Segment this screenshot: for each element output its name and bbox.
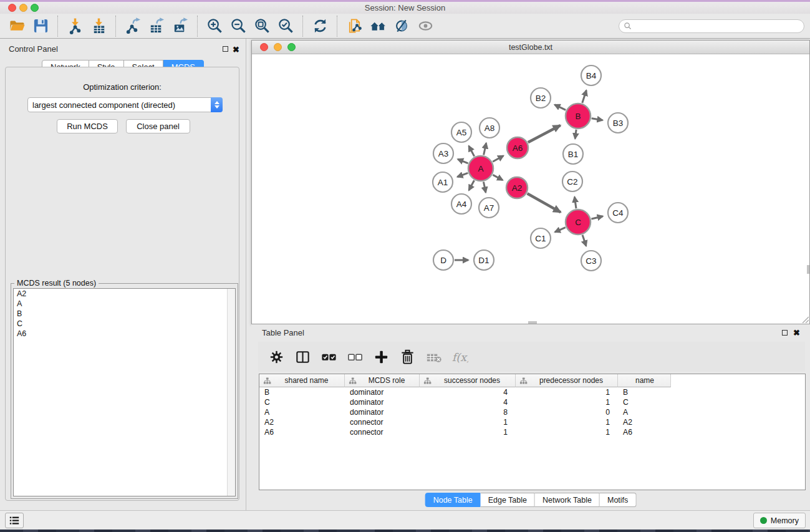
- criterion-dropdown[interactable]: largest connected component (directed): [27, 97, 223, 112]
- graph-edge-A-A5[interactable]: [469, 146, 475, 157]
- mcds-result-item[interactable]: B: [14, 309, 235, 319]
- graph-edge-A-A2[interactable]: [493, 175, 503, 180]
- memory-button[interactable]: Memory: [753, 513, 806, 528]
- graph-edge-B-B1[interactable]: [575, 130, 576, 138]
- graph-node-C4[interactable]: C4: [608, 203, 628, 223]
- run-mcds-button[interactable]: Run MCDS: [57, 119, 118, 133]
- graph-edge-A-A4[interactable]: [469, 180, 475, 190]
- tab-network-table[interactable]: Network Table: [535, 493, 600, 507]
- resize-grip-icon[interactable]: [801, 315, 809, 323]
- table-cell[interactable]: A: [259, 407, 345, 417]
- table-cell[interactable]: 1: [516, 397, 618, 407]
- graph-edge-C-C1[interactable]: [555, 228, 566, 232]
- search-field[interactable]: [619, 19, 804, 33]
- graph-node-A1[interactable]: A1: [433, 172, 453, 192]
- import-table-button[interactable]: [88, 16, 109, 37]
- table-cell[interactable]: connector: [345, 417, 420, 427]
- network-minimize-button[interactable]: [274, 43, 282, 51]
- hide-graphics-details-button[interactable]: [391, 16, 412, 37]
- minimize-window-button[interactable]: [19, 4, 27, 12]
- network-close-button[interactable]: [260, 43, 268, 51]
- graph-edge-A-A6[interactable]: [493, 156, 503, 162]
- select-all-button[interactable]: [318, 346, 339, 367]
- table-cell[interactable]: 1: [516, 417, 618, 427]
- table-cell[interactable]: connector: [345, 427, 420, 437]
- column-header-mcds-role[interactable]: MCDS role: [345, 374, 420, 387]
- graph-node-C[interactable]: C: [566, 210, 591, 235]
- table-cell[interactable]: B: [259, 387, 345, 397]
- table-cell[interactable]: A2: [618, 417, 671, 427]
- search-input[interactable]: [635, 21, 804, 32]
- mcds-list-scrollbar[interactable]: [227, 289, 235, 496]
- graph-node-A4[interactable]: A4: [451, 194, 471, 214]
- network-zoom-button[interactable]: [287, 43, 296, 51]
- table-cell[interactable]: dominator: [345, 397, 420, 407]
- column-header-shared-name[interactable]: shared name: [259, 374, 345, 387]
- graph-node-C3[interactable]: C3: [581, 251, 601, 271]
- float-panel-icon[interactable]: [223, 46, 228, 52]
- graph-node-A[interactable]: A: [468, 156, 493, 181]
- network-vscroll-hint[interactable]: [807, 265, 809, 274]
- table-cell[interactable]: 1: [516, 387, 618, 397]
- graph-node-A2[interactable]: A2: [506, 177, 528, 198]
- table-cell[interactable]: A: [618, 407, 671, 417]
- graph-node-D1[interactable]: D1: [474, 250, 494, 270]
- table-row[interactable]: Adominator80A: [259, 407, 805, 417]
- network-from-file-button[interactable]: [344, 16, 365, 37]
- deselect-all-button[interactable]: [344, 346, 365, 367]
- zoom-in-button[interactable]: [204, 16, 225, 37]
- graph-edge-B-B3[interactable]: [592, 118, 603, 120]
- column-header-name[interactable]: name: [618, 374, 671, 387]
- table-cell[interactable]: 1: [420, 417, 516, 427]
- table-row[interactable]: A6connector11A6: [259, 427, 805, 437]
- export-network-button[interactable]: [122, 16, 143, 37]
- table-row[interactable]: Cdominator41C: [259, 397, 805, 407]
- table-cell[interactable]: A6: [618, 427, 671, 437]
- tab-node-table[interactable]: Node Table: [425, 493, 481, 507]
- graph-node-D[interactable]: D: [433, 250, 453, 270]
- network-canvas[interactable]: ABCA6A2A1A3A4A5A7A8B1B2B3B4C1C2C3C4DD1: [252, 54, 809, 324]
- graph-node-B3[interactable]: B3: [608, 113, 628, 133]
- close-panel-button[interactable]: Close panel: [126, 119, 190, 133]
- table-cell[interactable]: C: [618, 397, 671, 407]
- table-close-icon[interactable]: ✖: [793, 329, 800, 337]
- graph-node-A8[interactable]: A8: [480, 118, 499, 138]
- table-cell[interactable]: 1: [420, 427, 516, 437]
- table-cell[interactable]: 1: [516, 427, 618, 437]
- graph-node-B1[interactable]: B1: [563, 144, 583, 164]
- graph-edge-C-C2[interactable]: [574, 197, 576, 208]
- table-cell[interactable]: dominator: [345, 407, 420, 417]
- task-history-button[interactable]: [5, 513, 24, 528]
- graph-node-A6[interactable]: A6: [507, 137, 528, 158]
- mcds-result-item[interactable]: A2: [14, 289, 235, 299]
- graph-edge-B-B2[interactable]: [555, 105, 566, 110]
- graph-node-A5[interactable]: A5: [451, 122, 471, 142]
- tab-edge-table[interactable]: Edge Table: [481, 493, 535, 507]
- table-float-icon[interactable]: [782, 330, 788, 336]
- graph-edge-A2-C[interactable]: [528, 193, 561, 212]
- graph-edge-A-A8[interactable]: [484, 143, 486, 155]
- graph-edge-A-A7[interactable]: [483, 182, 486, 193]
- mcds-result-item[interactable]: A6: [14, 329, 235, 339]
- table-row[interactable]: Bdominator41B: [259, 387, 805, 397]
- graph-node-B4[interactable]: B4: [581, 65, 601, 85]
- close-window-button[interactable]: [8, 4, 16, 12]
- delete-column-button[interactable]: [397, 346, 418, 367]
- graph-edge-A-A3[interactable]: [458, 159, 468, 163]
- open-session-button[interactable]: [6, 16, 27, 37]
- table-cell[interactable]: 0: [516, 407, 618, 417]
- graph-node-B[interactable]: B: [566, 104, 591, 128]
- table-cell[interactable]: A6: [259, 427, 345, 437]
- apply-layout-button[interactable]: [309, 16, 330, 37]
- graph-edge-C-C3[interactable]: [582, 235, 586, 246]
- table-cell[interactable]: dominator: [345, 387, 420, 397]
- mcds-result-item[interactable]: A: [14, 299, 235, 309]
- settings-gear-button[interactable]: [266, 346, 287, 367]
- table-cell[interactable]: 8: [420, 407, 516, 417]
- save-session-button[interactable]: [30, 16, 51, 37]
- graph-edge-A6-B[interactable]: [528, 125, 561, 142]
- graph-node-A7[interactable]: A7: [479, 198, 499, 218]
- graph-edge-B-B4[interactable]: [582, 90, 587, 103]
- table-row[interactable]: A2connector11A2: [259, 417, 805, 427]
- graph-edge-C-C4[interactable]: [591, 216, 602, 219]
